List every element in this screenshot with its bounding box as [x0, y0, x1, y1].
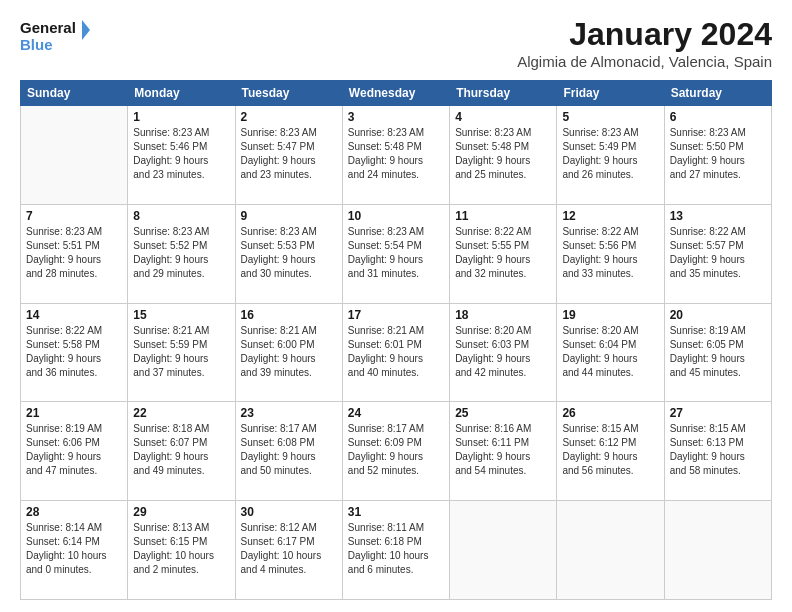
- day-number: 26: [562, 406, 658, 420]
- table-row: 28Sunrise: 8:14 AM Sunset: 6:14 PM Dayli…: [21, 501, 772, 600]
- day-number: 11: [455, 209, 551, 223]
- calendar-cell: 14Sunrise: 8:22 AM Sunset: 5:58 PM Dayli…: [21, 303, 128, 402]
- calendar-cell: 22Sunrise: 8:18 AM Sunset: 6:07 PM Dayli…: [128, 402, 235, 501]
- day-info: Sunrise: 8:15 AM Sunset: 6:13 PM Dayligh…: [670, 422, 766, 478]
- day-info: Sunrise: 8:19 AM Sunset: 6:05 PM Dayligh…: [670, 324, 766, 380]
- day-number: 22: [133, 406, 229, 420]
- svg-marker-2: [82, 20, 90, 40]
- day-info: Sunrise: 8:20 AM Sunset: 6:04 PM Dayligh…: [562, 324, 658, 380]
- calendar-cell: 27Sunrise: 8:15 AM Sunset: 6:13 PM Dayli…: [664, 402, 771, 501]
- day-info: Sunrise: 8:12 AM Sunset: 6:17 PM Dayligh…: [241, 521, 337, 577]
- day-number: 31: [348, 505, 444, 519]
- logo-svg: General Blue: [20, 16, 90, 56]
- calendar-cell: 26Sunrise: 8:15 AM Sunset: 6:12 PM Dayli…: [557, 402, 664, 501]
- calendar-cell: 3Sunrise: 8:23 AM Sunset: 5:48 PM Daylig…: [342, 106, 449, 205]
- day-number: 19: [562, 308, 658, 322]
- day-info: Sunrise: 8:23 AM Sunset: 5:50 PM Dayligh…: [670, 126, 766, 182]
- calendar-cell: 11Sunrise: 8:22 AM Sunset: 5:55 PM Dayli…: [450, 204, 557, 303]
- day-number: 28: [26, 505, 122, 519]
- calendar-cell: [21, 106, 128, 205]
- title-block: January 2024 Algimia de Almonacid, Valen…: [517, 16, 772, 70]
- day-info: Sunrise: 8:15 AM Sunset: 6:12 PM Dayligh…: [562, 422, 658, 478]
- day-number: 7: [26, 209, 122, 223]
- day-info: Sunrise: 8:23 AM Sunset: 5:54 PM Dayligh…: [348, 225, 444, 281]
- calendar-cell: [664, 501, 771, 600]
- day-info: Sunrise: 8:23 AM Sunset: 5:51 PM Dayligh…: [26, 225, 122, 281]
- day-info: Sunrise: 8:14 AM Sunset: 6:14 PM Dayligh…: [26, 521, 122, 577]
- logo: General Blue: [20, 16, 90, 56]
- col-thursday: Thursday: [450, 81, 557, 106]
- day-info: Sunrise: 8:16 AM Sunset: 6:11 PM Dayligh…: [455, 422, 551, 478]
- day-number: 27: [670, 406, 766, 420]
- day-info: Sunrise: 8:23 AM Sunset: 5:47 PM Dayligh…: [241, 126, 337, 182]
- day-info: Sunrise: 8:11 AM Sunset: 6:18 PM Dayligh…: [348, 521, 444, 577]
- calendar-cell: 1Sunrise: 8:23 AM Sunset: 5:46 PM Daylig…: [128, 106, 235, 205]
- day-number: 6: [670, 110, 766, 124]
- calendar-cell: 24Sunrise: 8:17 AM Sunset: 6:09 PM Dayli…: [342, 402, 449, 501]
- col-sunday: Sunday: [21, 81, 128, 106]
- day-info: Sunrise: 8:23 AM Sunset: 5:52 PM Dayligh…: [133, 225, 229, 281]
- month-title: January 2024: [517, 16, 772, 53]
- day-number: 15: [133, 308, 229, 322]
- day-number: 9: [241, 209, 337, 223]
- day-info: Sunrise: 8:22 AM Sunset: 5:56 PM Dayligh…: [562, 225, 658, 281]
- calendar-cell: 13Sunrise: 8:22 AM Sunset: 5:57 PM Dayli…: [664, 204, 771, 303]
- day-number: 18: [455, 308, 551, 322]
- calendar-cell: 20Sunrise: 8:19 AM Sunset: 6:05 PM Dayli…: [664, 303, 771, 402]
- col-wednesday: Wednesday: [342, 81, 449, 106]
- col-saturday: Saturday: [664, 81, 771, 106]
- day-number: 4: [455, 110, 551, 124]
- table-row: 21Sunrise: 8:19 AM Sunset: 6:06 PM Dayli…: [21, 402, 772, 501]
- calendar-cell: 9Sunrise: 8:23 AM Sunset: 5:53 PM Daylig…: [235, 204, 342, 303]
- day-number: 2: [241, 110, 337, 124]
- calendar-cell: 12Sunrise: 8:22 AM Sunset: 5:56 PM Dayli…: [557, 204, 664, 303]
- calendar-cell: 7Sunrise: 8:23 AM Sunset: 5:51 PM Daylig…: [21, 204, 128, 303]
- day-number: 13: [670, 209, 766, 223]
- day-number: 14: [26, 308, 122, 322]
- day-number: 25: [455, 406, 551, 420]
- day-number: 21: [26, 406, 122, 420]
- col-monday: Monday: [128, 81, 235, 106]
- day-info: Sunrise: 8:21 AM Sunset: 6:00 PM Dayligh…: [241, 324, 337, 380]
- calendar-cell: 31Sunrise: 8:11 AM Sunset: 6:18 PM Dayli…: [342, 501, 449, 600]
- day-info: Sunrise: 8:23 AM Sunset: 5:48 PM Dayligh…: [455, 126, 551, 182]
- svg-text:General: General: [20, 19, 76, 36]
- day-number: 24: [348, 406, 444, 420]
- calendar-table: Sunday Monday Tuesday Wednesday Thursday…: [20, 80, 772, 600]
- calendar-cell: 16Sunrise: 8:21 AM Sunset: 6:00 PM Dayli…: [235, 303, 342, 402]
- calendar-cell: 4Sunrise: 8:23 AM Sunset: 5:48 PM Daylig…: [450, 106, 557, 205]
- day-info: Sunrise: 8:22 AM Sunset: 5:57 PM Dayligh…: [670, 225, 766, 281]
- day-info: Sunrise: 8:20 AM Sunset: 6:03 PM Dayligh…: [455, 324, 551, 380]
- day-number: 29: [133, 505, 229, 519]
- calendar-cell: 19Sunrise: 8:20 AM Sunset: 6:04 PM Dayli…: [557, 303, 664, 402]
- calendar-cell: 5Sunrise: 8:23 AM Sunset: 5:49 PM Daylig…: [557, 106, 664, 205]
- day-number: 23: [241, 406, 337, 420]
- day-info: Sunrise: 8:18 AM Sunset: 6:07 PM Dayligh…: [133, 422, 229, 478]
- location: Algimia de Almonacid, Valencia, Spain: [517, 53, 772, 70]
- calendar-cell: 28Sunrise: 8:14 AM Sunset: 6:14 PM Dayli…: [21, 501, 128, 600]
- header-row: Sunday Monday Tuesday Wednesday Thursday…: [21, 81, 772, 106]
- day-info: Sunrise: 8:13 AM Sunset: 6:15 PM Dayligh…: [133, 521, 229, 577]
- day-number: 3: [348, 110, 444, 124]
- calendar-cell: [450, 501, 557, 600]
- header: General Blue January 2024 Algimia de Alm…: [20, 16, 772, 70]
- day-number: 1: [133, 110, 229, 124]
- calendar-cell: 2Sunrise: 8:23 AM Sunset: 5:47 PM Daylig…: [235, 106, 342, 205]
- day-number: 16: [241, 308, 337, 322]
- day-number: 5: [562, 110, 658, 124]
- day-info: Sunrise: 8:22 AM Sunset: 5:55 PM Dayligh…: [455, 225, 551, 281]
- day-number: 30: [241, 505, 337, 519]
- day-info: Sunrise: 8:21 AM Sunset: 5:59 PM Dayligh…: [133, 324, 229, 380]
- day-info: Sunrise: 8:22 AM Sunset: 5:58 PM Dayligh…: [26, 324, 122, 380]
- calendar-cell: 29Sunrise: 8:13 AM Sunset: 6:15 PM Dayli…: [128, 501, 235, 600]
- day-info: Sunrise: 8:23 AM Sunset: 5:46 PM Dayligh…: [133, 126, 229, 182]
- day-info: Sunrise: 8:19 AM Sunset: 6:06 PM Dayligh…: [26, 422, 122, 478]
- day-info: Sunrise: 8:23 AM Sunset: 5:53 PM Dayligh…: [241, 225, 337, 281]
- day-number: 8: [133, 209, 229, 223]
- calendar-cell: 10Sunrise: 8:23 AM Sunset: 5:54 PM Dayli…: [342, 204, 449, 303]
- day-info: Sunrise: 8:17 AM Sunset: 6:08 PM Dayligh…: [241, 422, 337, 478]
- calendar-cell: 25Sunrise: 8:16 AM Sunset: 6:11 PM Dayli…: [450, 402, 557, 501]
- table-row: 14Sunrise: 8:22 AM Sunset: 5:58 PM Dayli…: [21, 303, 772, 402]
- calendar-cell: 30Sunrise: 8:12 AM Sunset: 6:17 PM Dayli…: [235, 501, 342, 600]
- calendar-cell: 17Sunrise: 8:21 AM Sunset: 6:01 PM Dayli…: [342, 303, 449, 402]
